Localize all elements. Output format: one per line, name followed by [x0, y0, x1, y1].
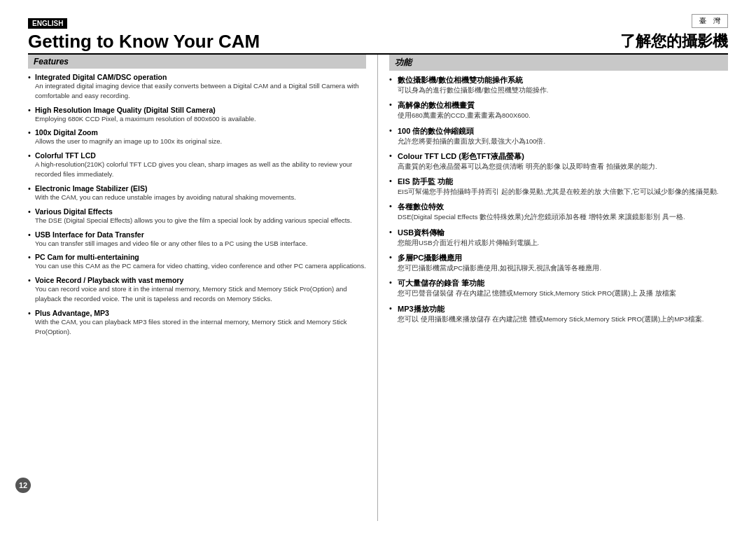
feature-desc-5: The DSE (Digital Special Effects) allows…	[35, 216, 352, 224]
feature-integrated: Integrated Digital CAM/DSC operation An …	[28, 73, 366, 101]
zh-desc-0: 可以身為的進行數位攝影機/數位照機雙功能操作.	[398, 86, 548, 94]
feature-title-7: PC Cam for multi-entertaining	[35, 253, 139, 261]
feature-desc-7: You can use this CAM as the PC camera fo…	[35, 262, 366, 270]
zh-title-4: EIS 防手監 功能	[398, 177, 453, 186]
zh-title-3: Colour TFT LCD (彩色TFT液晶螢幕)	[398, 152, 524, 160]
zh-feature-5: 各種數位特效 DSE(Digital Special Effects 數位特殊效…	[389, 202, 728, 221]
feature-desc-1: Employing 680K CCD Pixel, a maximum reso…	[35, 115, 256, 123]
feature-title-5: Various Digital Effects	[35, 207, 113, 216]
zh-desc-1: 使用680萬畫素的CCD,畫素畫素為800X600.	[398, 111, 531, 119]
feature-title-0: Integrated Digital CAM/DSC operation	[35, 73, 167, 81]
feature-desc-3: A high-resolution(210K) colorful TFT LCD…	[35, 160, 352, 178]
right-col: 功能 數位攝影機/數位相機雙功能操作系統 可以身為的進行數位攝影機/數位照機雙功…	[378, 55, 728, 521]
zh-feature-8: 可大量儲存的錄音 筆功能 您可巴聲音儲裝儲 存在內建記 憶體或Memory St…	[389, 278, 728, 298]
zh-title-8: 可大量儲存的錄音 筆功能	[398, 279, 484, 287]
zh-title-2: 100 倍的數位伸縮鏡頭	[398, 127, 474, 135]
zh-desc-9: 您可以 使用攝影機來播放儲存 在內建記憶 體或Memory Stick,Memo…	[398, 315, 704, 323]
feature-desc-9: With the CAM, you can playback MP3 files…	[35, 318, 346, 335]
header-row: ENGLISH Getting to Know Your CAM 臺 灣 了解您…	[28, 14, 728, 52]
right-header: 臺 灣 了解您的攝影機	[378, 14, 728, 52]
page-container: ENGLISH Getting to Know Your CAM 臺 灣 了解您…	[0, 0, 756, 535]
feature-zoom: 100x Digital Zoom Allows the user to mag…	[28, 128, 366, 146]
zh-feature-4: EIS 防手監 功能 EIS可幫備您手持拍攝時手持而引 起的影像晃動,尤其是在較…	[389, 176, 728, 196]
zh-feature-9: MP3播放功能 您可以 使用攝影機來播放儲存 在內建記憶 體或Memory St…	[389, 304, 728, 324]
feature-title-9: Plus Advantage, MP3	[35, 309, 109, 317]
zh-feature-1: 高解像的數位相機畫質 使用680萬畫素的CCD,畫素畫素為800X600.	[389, 100, 728, 120]
feature-pccam: PC Cam for multi-entertaining You can us…	[28, 253, 366, 271]
zh-feature-6: USB資料傳輸 您能用USB介面近行相片或影片傳輸到電腦上.	[389, 228, 728, 247]
zh-feature-3: Colour TFT LCD (彩色TFT液晶螢幕) 高畫質的彩色液晶螢幕可以為…	[389, 151, 728, 171]
feature-usb: USB Interface for Data Transfer You can …	[28, 230, 366, 249]
feature-desc-6: You can transfer still images and video …	[35, 239, 307, 247]
zh-desc-5: DSE(Digital Special Effects 數位特殊效果)允許您鏡頭…	[398, 213, 685, 221]
zh-desc-8: 您可巴聲音儲裝儲 存在內建記 憶體或Memory Stick,Memory St…	[398, 289, 676, 297]
feature-title-3: Colorful TFT LCD	[35, 151, 96, 160]
zh-feature-7: 多層PC攝影機應用 您可巴攝影機當成PC攝影應使用,如視訊聊天,視訊會議等各種應…	[389, 253, 728, 272]
left-col: Features Integrated Digital CAM/DSC oper…	[28, 55, 378, 521]
taiwan-badge: 臺 灣	[692, 14, 728, 28]
content-row: Features Integrated Digital CAM/DSC oper…	[28, 53, 728, 521]
feature-dse: Various Digital Effects The DSE (Digital…	[28, 207, 366, 225]
feature-eis: Electronic Image Stabilizer (EIS) With t…	[28, 184, 366, 202]
feature-desc-2: Allows the user to magnify an image up t…	[35, 137, 222, 145]
feature-desc-0: An integrated digital imaging device tha…	[35, 82, 359, 99]
zh-desc-2: 允許您將要拍攝的畫面放大到,最強大小為100倍.	[398, 137, 545, 145]
zh-desc-3: 高畫質的彩色液晶螢幕可以為您提供清晰 明亮的影像 以及即時查看 拍攝效果的能力.	[398, 162, 657, 170]
left-header: ENGLISH Getting to Know Your CAM	[28, 18, 378, 52]
zh-title-9: MP3播放功能	[398, 305, 444, 313]
feature-title-6: USB Interface for Data Transfer	[35, 230, 144, 239]
zh-title-5: 各種數位特效	[398, 202, 444, 211]
zh-desc-6: 您能用USB介面近行相片或影片傳輸到電腦上.	[398, 239, 539, 246]
zh-title-7: 多層PC攝影機應用	[398, 253, 462, 262]
main-title-zh: 了解您的攝影機	[620, 31, 728, 52]
zh-desc-4: EIS可幫備您手持拍攝時手持而引 起的影像晃動,尤其是在較差的放 大倍數下,它可…	[398, 188, 719, 195]
zh-title-1: 高解像的數位相機畫質	[398, 101, 475, 109]
zh-feature-0: 數位攝影機/數位相機雙功能操作系統 可以身為的進行數位攝影機/數位照機雙功能操作…	[389, 75, 728, 95]
right-section-header: 功能	[389, 55, 728, 71]
zh-desc-7: 您可巴攝影機當成PC攝影應使用,如視訊聊天,視訊會議等各種應用.	[398, 264, 601, 272]
feature-title-8: Voice Record / Playback with vast memory	[35, 276, 183, 284]
english-badge: ENGLISH	[28, 18, 67, 29]
zh-title-0: 數位攝影機/數位相機雙功能操作系統	[398, 76, 523, 84]
feature-title-4: Electronic Image Stabilizer (EIS)	[35, 184, 147, 193]
feature-desc-8: You can record voice and store it in the…	[35, 285, 347, 303]
feature-mp3: Plus Advantage, MP3 With the CAM, you ca…	[28, 309, 366, 337]
feature-lcd: Colorful TFT LCD A high-resolution(210K)…	[28, 151, 366, 179]
left-section-header: Features	[28, 55, 366, 69]
feature-title-2: 100x Digital Zoom	[35, 128, 98, 137]
feature-desc-4: With the CAM, you can reduce unstable im…	[35, 193, 296, 201]
page-number-badge: 12	[15, 478, 31, 493]
feature-resolution: High Resolution Image Quality (Digital S…	[28, 106, 366, 124]
main-title-en: Getting to Know Your CAM	[28, 32, 364, 52]
zh-feature-2: 100 倍的數位伸縮鏡頭 允許您將要拍攝的畫面放大到,最強大小為100倍.	[389, 126, 728, 146]
zh-title-6: USB資料傳輸	[398, 228, 444, 237]
feature-title-1: High Resolution Image Quality (Digital S…	[35, 106, 216, 114]
feature-voice: Voice Record / Playback with vast memory…	[28, 276, 366, 304]
